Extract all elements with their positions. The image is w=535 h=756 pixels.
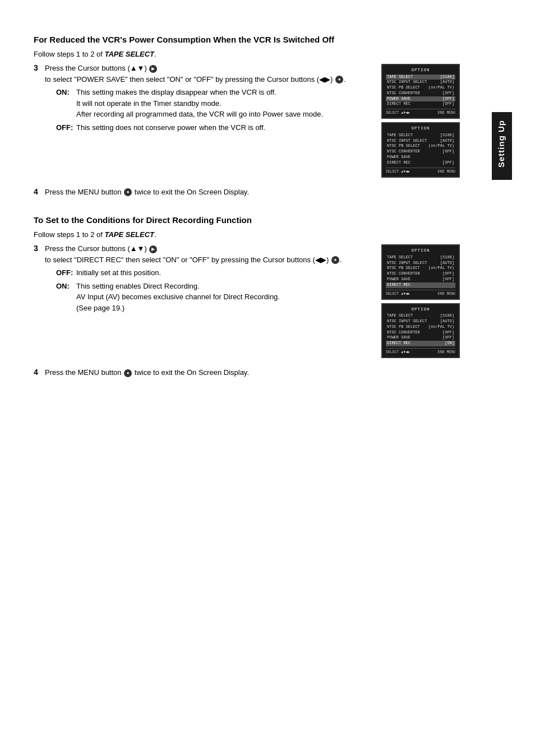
sec2-step4-number: 4 (34, 368, 45, 377)
section1: For Reduced the VCR's Power Consumption … (34, 34, 460, 197)
section1-screens: OPTION TAPE SELECT[S180] NTSC INPUT SELE… (381, 64, 460, 178)
section1-screen1: OPTION TAPE SELECT[S180] NTSC INPUT SELE… (381, 64, 460, 119)
section2-off-item: OFF: Initially set at this position. (56, 267, 376, 279)
cursor-btn-icon: ▶ (149, 65, 157, 73)
sec2-step3-content: Press the Cursor buttons (▲▼) ▶ to selec… (45, 243, 460, 358)
step3-number: 3 (34, 63, 45, 72)
section2-screen2: OPTION TAPE SELECT[S180] NTSC INPUT SELE… (381, 303, 460, 358)
sec2-step3-number: 3 (34, 244, 45, 253)
step4-text: Press the MENU button ● twice to exit th… (45, 187, 460, 198)
sidebar-tab: Setting Up (492, 112, 512, 175)
section1-off-item: OFF: This setting does not conserve powe… (56, 122, 376, 133)
step3-text: Press the Cursor buttons (▲▼) ▶ to selec… (45, 63, 376, 135)
section1-on-item: ON: This setting makes the display disap… (56, 87, 376, 120)
section2-heading: To Set to the Conditions for Direct Reco… (34, 214, 460, 226)
section1-screen2: OPTION TAPE SELECT[S180] NTSC INPUT SELE… (381, 122, 460, 177)
section2-screen1: OPTION TAPE SELECT[S180] NTSC INPUT SELE… (381, 244, 460, 299)
sec2-cursor-btn-icon: ▶ (149, 245, 157, 253)
step4-number: 4 (34, 187, 45, 196)
section2-screens: OPTION TAPE SELECT[S180] NTSC INPUT SELE… (381, 244, 460, 358)
section2-on-item: ON: This setting enables Direct Recordin… (56, 281, 376, 314)
menu-btn-icon: ● (335, 76, 343, 84)
section1-on-off: ON: This setting makes the display disap… (56, 87, 376, 133)
section1-heading: For Reduced the VCR's Power Consumption … (34, 34, 460, 45)
sec2-menu-icon: ● (124, 369, 132, 377)
section2-step4: 4 Press the MENU button ● twice to exit … (34, 367, 460, 378)
section2-follow-steps: Follow steps 1 to 2 of TAPE SELECT. (34, 230, 460, 239)
sec2-step3-text: Press the Cursor buttons (▲▼) ▶ to selec… (45, 243, 376, 316)
menu-icon: ● (124, 188, 132, 196)
section2-on-off: OFF: Initially set at this position. ON:… (56, 267, 376, 313)
section1-step3: 3 Press the Cursor buttons (▲▼) ▶ to sel… (34, 63, 460, 178)
sec2-menu-btn-icon: ● (331, 256, 339, 264)
step3-content: Press the Cursor buttons (▲▼) ▶ to selec… (45, 63, 460, 178)
section1-follow-steps: Follow steps 1 to 2 of TAPE SELECT. (34, 50, 460, 58)
section2: To Set to the Conditions for Direct Reco… (34, 214, 460, 378)
sidebar: Setting Up (488, 0, 516, 756)
section1-step4: 4 Press the MENU button ● twice to exit … (34, 187, 460, 198)
sec2-step4-text: Press the MENU button ● twice to exit th… (45, 367, 460, 378)
section2-step3: 3 Press the Cursor buttons (▲▼) ▶ to sel… (34, 243, 460, 358)
